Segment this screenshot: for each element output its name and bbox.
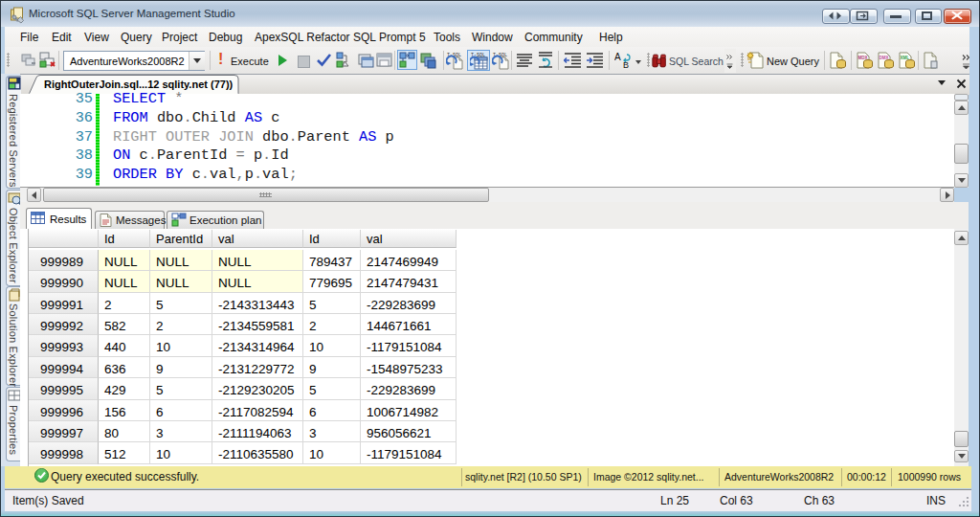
svg-text:A: A: [614, 52, 621, 62]
